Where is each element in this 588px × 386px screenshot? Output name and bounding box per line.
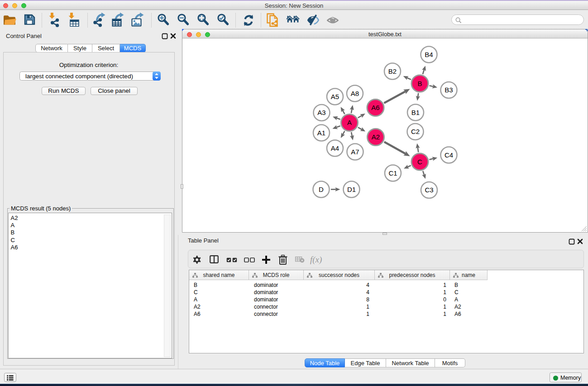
svg-text:C2: C2 xyxy=(411,128,420,135)
svg-text:C4: C4 xyxy=(445,151,453,159)
svg-text:B4: B4 xyxy=(425,51,433,58)
svg-text:B2: B2 xyxy=(388,67,397,75)
svg-text:A3: A3 xyxy=(317,109,325,116)
svg-text:A2: A2 xyxy=(372,133,380,141)
svg-text:A8: A8 xyxy=(351,90,359,97)
svg-text:C: C xyxy=(417,158,422,166)
svg-text:A7: A7 xyxy=(351,148,359,156)
svg-text:A: A xyxy=(347,119,352,126)
svg-text:C1: C1 xyxy=(388,169,397,177)
svg-text:f(x): f(x) xyxy=(310,255,322,265)
svg-text:B1: B1 xyxy=(411,109,420,116)
svg-text:A4: A4 xyxy=(331,144,339,152)
svg-text:D1: D1 xyxy=(347,186,356,193)
svg-text:A1: A1 xyxy=(317,129,325,137)
svg-text:A6: A6 xyxy=(371,104,379,111)
svg-text:A5: A5 xyxy=(331,93,339,100)
svg-text:B: B xyxy=(417,80,422,87)
svg-text:C3: C3 xyxy=(425,186,433,194)
svg-text:B3: B3 xyxy=(445,86,453,94)
svg-text:D: D xyxy=(319,186,324,193)
